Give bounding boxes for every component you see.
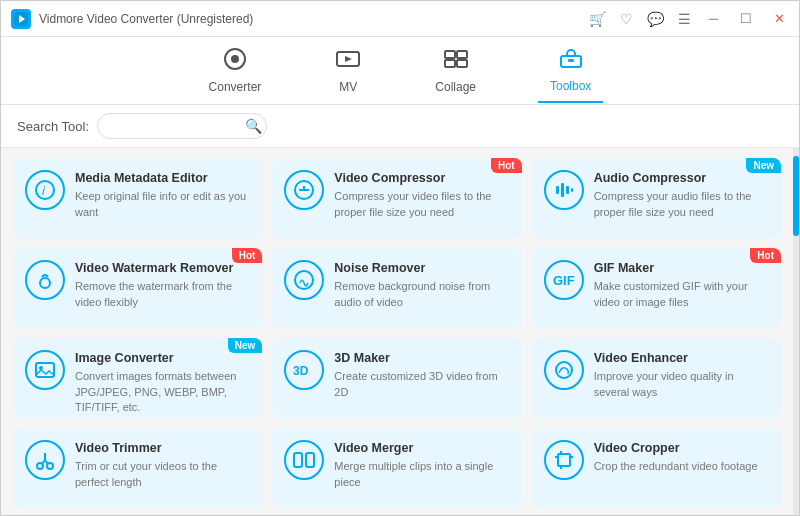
badge-video-compressor: Hot bbox=[491, 158, 522, 173]
svg-rect-17 bbox=[561, 183, 564, 197]
svg-rect-32 bbox=[294, 453, 302, 467]
toolbox-label: Toolbox bbox=[550, 79, 591, 93]
tool-info-video-cropper: Video Cropper Crop the redundant video f… bbox=[594, 440, 769, 475]
collage-label: Collage bbox=[435, 80, 476, 94]
tool-name-audio-compressor: Audio Compressor bbox=[594, 170, 769, 186]
tool-card-video-merger[interactable]: Video Merger Merge multiple clips into a… bbox=[272, 428, 521, 508]
tool-icon-gif-maker: GIF bbox=[544, 260, 584, 300]
tool-name-video-watermark-remover: Video Watermark Remover bbox=[75, 260, 250, 276]
svg-rect-19 bbox=[571, 188, 573, 192]
collage-icon bbox=[443, 48, 469, 76]
svg-rect-5 bbox=[445, 51, 455, 58]
tool-name-media-metadata-editor: Media Metadata Editor bbox=[75, 170, 250, 186]
tool-name-3d-maker: 3D Maker bbox=[334, 350, 509, 366]
svg-text:GIF: GIF bbox=[553, 273, 575, 288]
cart-icon[interactable]: 🛒 bbox=[589, 11, 606, 27]
tool-card-media-metadata-editor[interactable]: i Media Metadata Editor Keep original fi… bbox=[13, 158, 262, 238]
svg-rect-18 bbox=[566, 186, 569, 194]
search-icon[interactable]: 🔍 bbox=[245, 118, 262, 134]
tool-icon-video-compressor bbox=[284, 170, 324, 210]
nav-tabs: Converter MV Collage bbox=[1, 37, 799, 105]
close-button[interactable]: ✕ bbox=[770, 11, 789, 26]
tool-card-video-enhancer[interactable]: Video Enhancer Improve your video qualit… bbox=[532, 338, 781, 418]
tool-info-media-metadata-editor: Media Metadata Editor Keep original file… bbox=[75, 170, 250, 220]
tool-info-video-merger: Video Merger Merge multiple clips into a… bbox=[334, 440, 509, 490]
svg-point-3 bbox=[231, 55, 239, 63]
tool-card-video-trimmer[interactable]: Video Trimmer Trim or cut your videos to… bbox=[13, 428, 262, 508]
tool-desc-video-merger: Merge multiple clips into a single piece bbox=[334, 459, 509, 490]
title-bar-left: Vidmore Video Converter (Unregistered) bbox=[11, 9, 253, 29]
svg-rect-23 bbox=[36, 363, 54, 377]
tool-name-video-enhancer: Video Enhancer bbox=[594, 350, 769, 366]
tool-info-noise-remover: Noise Remover Remove background noise fr… bbox=[334, 260, 509, 310]
tab-toolbox[interactable]: Toolbox bbox=[538, 39, 603, 103]
tool-name-video-cropper: Video Cropper bbox=[594, 440, 769, 456]
tab-mv[interactable]: MV bbox=[323, 40, 373, 102]
tool-desc-gif-maker: Make customized GIF with your video or i… bbox=[594, 279, 769, 310]
user-icon[interactable]: ♡ bbox=[620, 11, 633, 27]
tool-info-video-enhancer: Video Enhancer Improve your video qualit… bbox=[594, 350, 769, 400]
tool-icon-video-watermark-remover bbox=[25, 260, 65, 300]
mv-icon bbox=[335, 48, 361, 76]
badge-audio-compressor: New bbox=[746, 158, 781, 173]
toolbox-icon bbox=[558, 47, 584, 75]
tool-info-video-compressor: Video Compressor Compress your video fil… bbox=[334, 170, 509, 220]
tool-icon-image-converter bbox=[25, 350, 65, 390]
tool-card-video-cropper[interactable]: Video Cropper Crop the redundant video f… bbox=[532, 428, 781, 508]
title-bar-controls: 🛒 ♡ 💬 ☰ ─ ☐ ✕ bbox=[589, 11, 789, 27]
tool-name-gif-maker: GIF Maker bbox=[594, 260, 769, 276]
tool-desc-noise-remover: Remove background noise from audio of vi… bbox=[334, 279, 509, 310]
svg-rect-33 bbox=[306, 453, 314, 467]
tool-info-audio-compressor: Audio Compressor Compress your audio fil… bbox=[594, 170, 769, 220]
tool-name-image-converter: Image Converter bbox=[75, 350, 250, 366]
tool-info-video-watermark-remover: Video Watermark Remover Remove the water… bbox=[75, 260, 250, 310]
tool-icon-video-trimmer bbox=[25, 440, 65, 480]
tool-desc-video-cropper: Crop the redundant video footage bbox=[594, 459, 769, 474]
search-input[interactable] bbox=[97, 113, 267, 139]
tool-info-image-converter: Image Converter Convert images formats b… bbox=[75, 350, 250, 415]
tab-converter[interactable]: Converter bbox=[197, 40, 274, 102]
svg-rect-7 bbox=[445, 60, 455, 67]
minimize-button[interactable]: ─ bbox=[705, 11, 722, 26]
tool-card-gif-maker[interactable]: Hot GIF GIF Maker Make customized GIF wi… bbox=[532, 248, 781, 328]
svg-rect-16 bbox=[556, 186, 559, 194]
svg-point-26 bbox=[556, 362, 572, 378]
tool-card-audio-compressor[interactable]: New Audio Compressor Compress your audio… bbox=[532, 158, 781, 238]
scrollbar-thumb[interactable] bbox=[793, 156, 799, 236]
menu-icon[interactable]: ☰ bbox=[678, 11, 691, 27]
tool-card-3d-maker[interactable]: 3D 3D Maker Create customized 3D video f… bbox=[272, 338, 521, 418]
tool-icon-noise-remover bbox=[284, 260, 324, 300]
maximize-button[interactable]: ☐ bbox=[736, 11, 756, 26]
tool-icon-audio-compressor bbox=[544, 170, 584, 210]
tool-info-video-trimmer: Video Trimmer Trim or cut your videos to… bbox=[75, 440, 250, 490]
tool-desc-video-watermark-remover: Remove the watermark from the video flex… bbox=[75, 279, 250, 310]
tool-card-video-compressor[interactable]: Hot Video Compressor Compress your video… bbox=[272, 158, 521, 238]
tool-desc-video-enhancer: Improve your video quality in several wa… bbox=[594, 369, 769, 400]
tool-icon-3d-maker: 3D bbox=[284, 350, 324, 390]
tool-icon-media-metadata-editor: i bbox=[25, 170, 65, 210]
scrollbar-track[interactable] bbox=[793, 148, 799, 516]
tool-card-noise-remover[interactable]: Noise Remover Remove background noise fr… bbox=[272, 248, 521, 328]
content-area: i Media Metadata Editor Keep original fi… bbox=[1, 148, 799, 516]
svg-rect-6 bbox=[457, 51, 467, 58]
tool-info-3d-maker: 3D Maker Create customized 3D video from… bbox=[334, 350, 509, 400]
svg-point-21 bbox=[295, 271, 313, 289]
badge-gif-maker: Hot bbox=[750, 248, 781, 263]
tool-desc-video-trimmer: Trim or cut your videos to the perfect l… bbox=[75, 459, 250, 490]
tool-name-video-compressor: Video Compressor bbox=[334, 170, 509, 186]
svg-rect-8 bbox=[457, 60, 467, 67]
svg-text:3D: 3D bbox=[293, 364, 309, 378]
converter-icon bbox=[222, 48, 248, 76]
tool-info-gif-maker: GIF Maker Make customized GIF with your … bbox=[594, 260, 769, 310]
tab-collage[interactable]: Collage bbox=[423, 40, 488, 102]
svg-point-20 bbox=[40, 278, 50, 288]
search-bar: Search Tool: 🔍 bbox=[1, 105, 799, 148]
tool-card-video-watermark-remover[interactable]: Hot Video Watermark Remover Remove the w… bbox=[13, 248, 262, 328]
tool-card-image-converter[interactable]: New Image Converter Convert images forma… bbox=[13, 338, 262, 418]
tool-desc-image-converter: Convert images formats between JPG/JPEG,… bbox=[75, 369, 250, 415]
tool-icon-video-enhancer bbox=[544, 350, 584, 390]
mv-label: MV bbox=[339, 80, 357, 94]
badge-image-converter: New bbox=[228, 338, 263, 353]
chat-icon[interactable]: 💬 bbox=[647, 11, 664, 27]
tools-grid: i Media Metadata Editor Keep original fi… bbox=[1, 148, 793, 516]
